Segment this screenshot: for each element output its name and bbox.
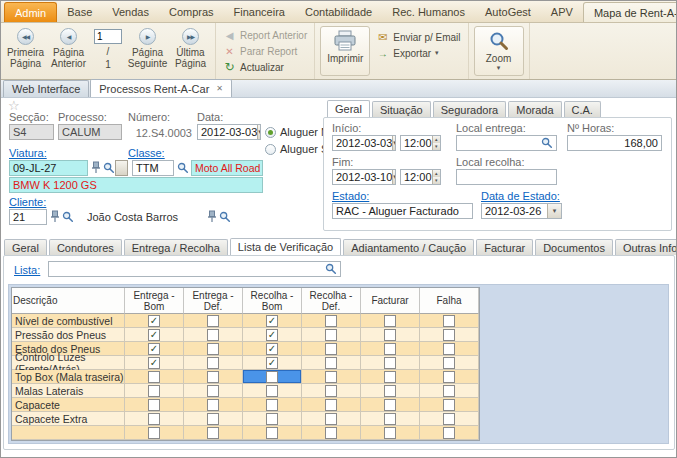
zoom-dropdown-icon[interactable]: ▾ <box>497 64 501 72</box>
bottom-tab-facturar[interactable]: Facturar <box>476 239 533 255</box>
bottom-tab-adiantamento-cau-o[interactable]: Adiantamento / Caução <box>343 239 474 255</box>
check-cell[interactable] <box>361 356 420 370</box>
doc-tab-processos-rent-a-car[interactable]: Processos Rent-A-Car✕ <box>90 79 232 97</box>
check-cell[interactable] <box>125 412 184 426</box>
check-cell[interactable] <box>184 384 243 398</box>
check-cell[interactable] <box>361 384 420 398</box>
checkbox[interactable] <box>443 427 455 439</box>
checkbox[interactable] <box>266 427 278 439</box>
check-cell[interactable] <box>420 314 479 328</box>
menu-tab-apv[interactable]: APV <box>541 2 583 22</box>
check-cell[interactable] <box>361 370 420 384</box>
detail-tab-geral[interactable]: Geral <box>327 100 370 117</box>
checkbox[interactable] <box>384 329 396 341</box>
cliente-search-icon[interactable] <box>62 211 74 223</box>
checkbox[interactable] <box>384 427 396 439</box>
bottom-tab-geral[interactable]: Geral <box>4 239 47 255</box>
exportar-button[interactable]: → Exportar ▾ <box>372 45 464 61</box>
checkbox[interactable] <box>325 343 337 355</box>
check-cell[interactable] <box>420 398 479 412</box>
checkbox[interactable] <box>384 343 396 355</box>
spinner-down-icon[interactable]: ▾ <box>433 143 440 150</box>
actualizar-button[interactable]: ↻ Actualizar <box>219 59 311 75</box>
check-cell[interactable] <box>243 426 302 440</box>
check-cell[interactable] <box>184 370 243 384</box>
menu-tab-base[interactable]: Base <box>57 2 102 22</box>
check-cell[interactable] <box>302 412 361 426</box>
viatura-field[interactable]: 09-JL-27 <box>9 160 88 176</box>
check-cell[interactable] <box>125 370 184 384</box>
data-estado-calendar-dropdown-icon[interactable]: ▾ <box>547 204 561 218</box>
check-cell[interactable] <box>420 328 479 342</box>
inicio-time-field[interactable]: 12:00 ▴▾ <box>400 135 441 151</box>
checkbox[interactable] <box>325 329 337 341</box>
check-cell[interactable] <box>302 384 361 398</box>
check-cell[interactable] <box>302 314 361 328</box>
cliente-link[interactable]: Cliente: <box>9 196 46 208</box>
check-cell[interactable]: ✓ <box>125 356 184 370</box>
column-header-descri-o[interactable]: Descrição <box>12 288 125 314</box>
check-cell[interactable] <box>361 342 420 356</box>
check-cell[interactable] <box>184 328 243 342</box>
cliente-nome-search-icon[interactable] <box>219 211 231 223</box>
checkbox[interactable] <box>148 371 160 383</box>
estado-link[interactable]: Estado: <box>332 190 369 202</box>
column-header-entrega-def[interactable]: Entrega - Def. <box>184 288 243 314</box>
check-cell[interactable] <box>361 328 420 342</box>
checkbox[interactable] <box>266 385 278 397</box>
estado-field[interactable]: RAC - Aluguer Facturado <box>332 203 473 219</box>
checkbox[interactable] <box>443 371 455 383</box>
checkbox[interactable] <box>384 385 396 397</box>
checkbox[interactable] <box>325 413 337 425</box>
menu-tab-rec-humanos[interactable]: Rec. Humanos <box>382 2 475 22</box>
checkbox[interactable] <box>266 399 278 411</box>
checkbox[interactable] <box>443 329 455 341</box>
checkbox-checked[interactable]: ✓ <box>148 343 160 355</box>
detail-tab-seguradora[interactable]: Seguradora <box>433 101 507 117</box>
calendar-dropdown-icon[interactable]: ▾ <box>257 125 261 139</box>
check-cell[interactable] <box>361 398 420 412</box>
check-cell[interactable] <box>243 412 302 426</box>
check-cell[interactable] <box>302 370 361 384</box>
check-cell[interactable]: ✓ <box>243 342 302 356</box>
spinner-up-icon[interactable]: ▴ <box>433 170 440 177</box>
imprimir-button[interactable]: Imprimir <box>320 26 370 76</box>
fim-time-field[interactable]: 12:00 ▴▾ <box>400 169 441 185</box>
check-cell[interactable] <box>125 384 184 398</box>
checkbox[interactable] <box>148 413 160 425</box>
check-cell[interactable] <box>420 356 479 370</box>
check-cell[interactable] <box>184 314 243 328</box>
local-entrega-search-icon[interactable] <box>541 137 553 149</box>
checkbox-checked[interactable]: ✓ <box>266 357 278 369</box>
lista-search-field[interactable] <box>48 261 341 277</box>
checkbox[interactable] <box>148 427 160 439</box>
previous-page-button[interactable]: ◀ Página Anterior <box>47 25 90 77</box>
check-cell[interactable]: ✓ <box>243 328 302 342</box>
checkbox[interactable] <box>207 399 219 411</box>
check-cell[interactable] <box>125 426 184 440</box>
bottom-tab-condutores[interactable]: Condutores <box>49 239 122 255</box>
lista-link[interactable]: Lista: <box>14 264 40 276</box>
checkbox[interactable] <box>266 413 278 425</box>
checkbox[interactable] <box>207 329 219 341</box>
check-cell[interactable] <box>184 398 243 412</box>
check-cell[interactable] <box>302 328 361 342</box>
local-recolha-field[interactable] <box>456 169 557 185</box>
checkbox[interactable] <box>325 357 337 369</box>
menu-tab-mapa-de-rent-a-car[interactable]: Mapa de Rent-A-Car <box>583 2 677 22</box>
checkbox-checked[interactable]: ✓ <box>148 357 160 369</box>
data-field[interactable]: 2012-03-03 ▾ <box>197 124 261 140</box>
viatura-lookup-button[interactable] <box>115 160 128 176</box>
checkbox-checked[interactable]: ✓ <box>266 315 278 327</box>
checkbox[interactable] <box>325 315 337 327</box>
spinner-down-icon[interactable]: ▾ <box>433 177 440 184</box>
detail-tab-morada[interactable]: Morada <box>508 101 561 117</box>
close-icon[interactable]: ✕ <box>216 84 223 93</box>
check-cell[interactable]: ✓ <box>243 314 302 328</box>
check-cell[interactable] <box>420 370 479 384</box>
check-cell[interactable] <box>420 426 479 440</box>
checkbox[interactable] <box>325 371 337 383</box>
zoom-button[interactable]: Zoom ▾ <box>474 26 524 76</box>
checkbox[interactable] <box>207 357 219 369</box>
checkbox[interactable] <box>207 385 219 397</box>
